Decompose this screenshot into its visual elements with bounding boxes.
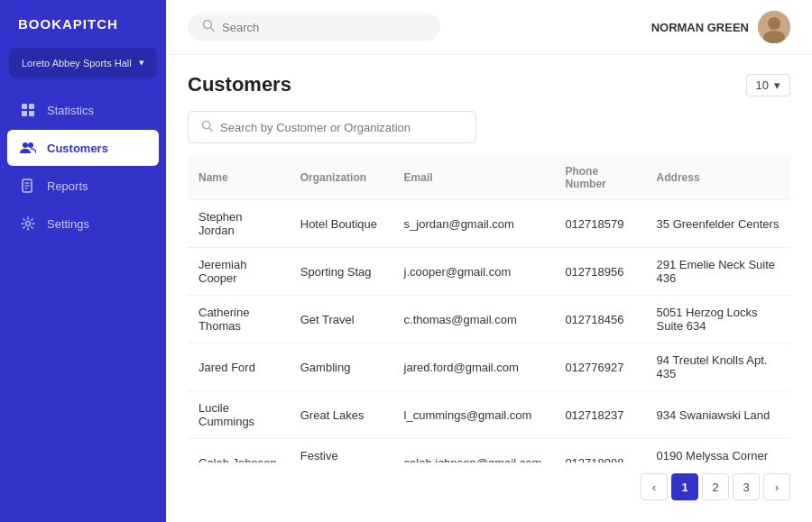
cell-address: 934 Swaniawski Land	[646, 391, 790, 439]
table-row[interactable]: Stephen Jordan Hotel Boutique s_jordan@g…	[188, 200, 790, 248]
per-page-value: 10	[756, 78, 769, 92]
search-icon	[201, 119, 213, 135]
chevron-down-icon: ▾	[774, 78, 780, 92]
table-row[interactable]: Jared Ford Gambling jared.ford@gmail.com…	[188, 343, 790, 391]
cell-name: Jeremiah Cooper	[188, 248, 290, 296]
sidebar-item-label: Statistics	[47, 104, 94, 117]
pagination: ‹ 1 2 3 ›	[188, 462, 790, 504]
avatar	[758, 11, 790, 43]
cell-name: Catherine Thomas	[188, 296, 290, 343]
cell-email: l_cummings@gmail.com	[393, 391, 555, 439]
sidebar-item-label: Reports	[47, 179, 88, 193]
svg-point-5	[28, 142, 33, 148]
venue-name: Loreto Abbey Sports Hall	[22, 58, 132, 69]
prev-page-button[interactable]: ‹	[641, 473, 668, 500]
chevron-down-icon: ▾	[139, 57, 144, 69]
cell-org: Great Lakes	[290, 391, 393, 439]
sidebar-item-label: Customers	[47, 142, 108, 155]
cell-email: caleb.johnson@gmail.com	[393, 439, 555, 463]
cell-name: Lucile Cummings	[188, 391, 290, 439]
document-icon	[20, 178, 36, 194]
cell-email: j.cooper@gmail.com	[393, 248, 555, 296]
svg-line-12	[211, 28, 215, 32]
cell-org: Hotel Boutique	[290, 200, 393, 248]
sidebar-item-reports[interactable]: Reports	[7, 168, 159, 204]
customer-search-input[interactable]	[220, 121, 463, 134]
cell-address: 291 Emelie Neck Suite 436	[646, 248, 790, 296]
cell-phone: 012718956	[554, 248, 645, 296]
cell-name: Stephen Jordan	[188, 200, 290, 248]
cell-name: Jared Ford	[188, 343, 290, 391]
customers-table-container: Name Organization Email Phone Number Add…	[188, 156, 790, 462]
col-org: Organization	[290, 156, 393, 200]
sidebar-item-settings[interactable]: Settings	[7, 206, 159, 242]
cell-address: 35 Greenfelder Centers	[646, 200, 790, 248]
cell-email: s_jordan@gmail.com	[393, 200, 555, 248]
user-area: NORMAN GREEN	[651, 11, 790, 43]
cell-phone: 012718456	[554, 296, 645, 343]
table-row[interactable]: Catherine Thomas Get Travel c.thomas@gma…	[188, 296, 790, 343]
svg-point-14	[768, 17, 780, 30]
cell-org: Get Travel	[290, 296, 393, 343]
sidebar-item-customers[interactable]: Customers	[7, 130, 159, 166]
sidebar: BOOKAPITCH Loreto Abbey Sports Hall ▾ St…	[0, 0, 166, 522]
cell-org: Sporting Stag	[290, 248, 393, 296]
cell-address: 5051 Herzog Locks Suite 634	[646, 296, 790, 343]
page-2-button[interactable]: 2	[702, 473, 729, 500]
sidebar-nav: Statistics Customers	[0, 92, 166, 242]
svg-point-4	[23, 142, 28, 148]
svg-rect-1	[29, 104, 34, 109]
app-logo: BOOKAPITCH	[0, 0, 166, 48]
search-icon	[202, 19, 215, 35]
cell-address: 94 Treutel Knolls Apt. 435	[646, 343, 790, 391]
svg-point-10	[26, 222, 31, 226]
cell-phone: 012776927	[554, 343, 645, 391]
topbar: NORMAN GREEN	[166, 0, 812, 55]
venue-selector[interactable]: Loreto Abbey Sports Hall ▾	[9, 48, 157, 78]
svg-rect-0	[22, 104, 27, 109]
cell-org: Gambling	[290, 343, 393, 391]
table-row[interactable]: Lucile Cummings Great Lakes l_cummings@g…	[188, 391, 790, 439]
svg-rect-2	[22, 111, 27, 116]
page-1-button[interactable]: 1	[671, 473, 698, 500]
sidebar-item-statistics[interactable]: Statistics	[7, 92, 159, 128]
svg-line-17	[209, 128, 212, 131]
table-header-row: Name Organization Email Phone Number Add…	[188, 156, 790, 200]
col-address: Address	[646, 156, 790, 200]
col-phone: Phone Number	[554, 156, 645, 200]
cell-phone: 012718237	[554, 391, 645, 439]
sidebar-item-label: Settings	[47, 217, 89, 231]
page-title: Customers	[188, 73, 291, 96]
global-search-bar[interactable]	[188, 13, 440, 41]
per-page-selector[interactable]: 10 ▾	[746, 74, 790, 96]
customer-search-bar[interactable]	[188, 111, 476, 143]
gear-icon	[20, 215, 36, 232]
grid-icon	[20, 102, 36, 118]
table-row[interactable]: Caleb Johnson Festive Packages caleb.joh…	[188, 439, 790, 463]
table-row[interactable]: Jeremiah Cooper Sporting Stag j.cooper@g…	[188, 248, 790, 296]
global-search-input[interactable]	[222, 21, 426, 34]
page-3-button[interactable]: 3	[733, 473, 760, 500]
svg-rect-3	[29, 111, 34, 116]
cell-phone: 012718998	[554, 439, 645, 463]
people-icon	[20, 140, 36, 156]
customers-table: Name Organization Email Phone Number Add…	[188, 156, 790, 462]
cell-phone: 012718579	[554, 200, 645, 248]
cell-org: Festive Packages	[290, 439, 393, 463]
content-header: Customers 10 ▾	[188, 73, 790, 96]
next-page-button[interactable]: ›	[763, 473, 790, 500]
main-content: NORMAN GREEN Customers 10 ▾	[166, 0, 812, 522]
cell-address: 0190 Melyssa Corner Suite 761	[646, 439, 790, 463]
content-area: Customers 10 ▾ Name Organization	[166, 55, 812, 522]
cell-email: jared.ford@gmail.com	[393, 343, 555, 391]
cell-name: Caleb Johnson	[188, 439, 290, 463]
col-email: Email	[393, 156, 555, 200]
user-name: NORMAN GREEN	[651, 21, 749, 34]
cell-email: c.thomas@gmail.com	[393, 296, 555, 343]
col-name: Name	[188, 156, 290, 200]
